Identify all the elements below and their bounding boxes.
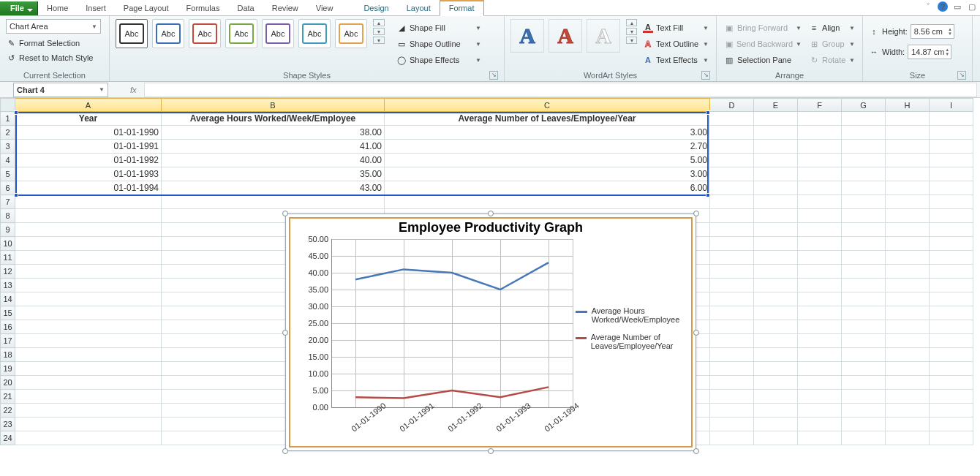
cell[interactable]: [15, 404, 162, 418]
row-header[interactable]: 1: [1, 112, 15, 126]
cell[interactable]: 2.70: [385, 140, 710, 154]
row-header[interactable]: 15: [1, 306, 15, 320]
resize-handle[interactable]: [693, 211, 699, 216]
cell[interactable]: [710, 362, 754, 376]
gallery-row-up-icon[interactable]: ▴: [373, 19, 385, 26]
cell[interactable]: [15, 320, 162, 334]
cell[interactable]: 38.00: [162, 126, 385, 140]
cell[interactable]: [842, 348, 886, 362]
cell[interactable]: [842, 223, 886, 237]
cell[interactable]: [886, 362, 930, 376]
embedded-chart[interactable]: Employee Productivity Graph 0.005.0010.0…: [285, 214, 696, 451]
cell[interactable]: [798, 320, 842, 334]
column-header[interactable]: C: [385, 99, 710, 112]
shape-style-thumb[interactable]: Abc: [335, 19, 367, 48]
row-header[interactable]: 17: [1, 334, 15, 348]
name-box[interactable]: Chart 4 ▼: [13, 83, 108, 97]
cell[interactable]: [842, 112, 886, 126]
tab-formulas[interactable]: Formulas: [178, 1, 229, 15]
cell[interactable]: 6.00: [385, 181, 710, 195]
cell[interactable]: [798, 404, 842, 418]
gallery-expand-icon[interactable]: ▾: [373, 37, 385, 44]
cell[interactable]: [886, 140, 930, 154]
cell[interactable]: [798, 237, 842, 251]
shape-style-thumb[interactable]: Abc: [152, 19, 184, 48]
legend-item[interactable]: Average Hours Worked/Week/Employee: [576, 306, 685, 324]
cell[interactable]: [798, 265, 842, 279]
tab-page-layout[interactable]: Page Layout: [115, 1, 178, 15]
ribbon-minimize-icon[interactable]: ˇ: [923, 1, 933, 12]
cell[interactable]: [754, 237, 798, 251]
chart-title[interactable]: Employee Productivity Graph: [290, 219, 691, 235]
cell[interactable]: [798, 154, 842, 167]
cell[interactable]: [754, 376, 798, 390]
cell[interactable]: [798, 390, 842, 404]
cell[interactable]: [886, 431, 930, 445]
row-header[interactable]: 12: [1, 265, 15, 279]
text-fill-button[interactable]: A Text Fill ▼: [641, 20, 710, 35]
cell[interactable]: [886, 348, 930, 362]
cell[interactable]: [930, 126, 973, 140]
cell[interactable]: [15, 376, 162, 390]
cell[interactable]: [886, 181, 930, 195]
cell[interactable]: [842, 320, 886, 334]
cell[interactable]: [886, 306, 930, 320]
cell[interactable]: [710, 265, 754, 279]
cell[interactable]: [15, 251, 162, 265]
reset-to-match-style-button[interactable]: ↺ Reset to Match Style: [6, 53, 103, 63]
cell[interactable]: [930, 390, 973, 404]
chart-series-line[interactable]: [355, 262, 549, 290]
tab-data[interactable]: Data: [228, 1, 263, 15]
cell[interactable]: [798, 334, 842, 348]
cell[interactable]: [15, 223, 162, 237]
fx-icon[interactable]: fx: [130, 86, 137, 94]
cell[interactable]: 5.00: [385, 154, 710, 167]
cell[interactable]: 43.00: [162, 181, 385, 195]
chart-plot-area[interactable]: [331, 239, 573, 407]
cell[interactable]: [930, 209, 973, 223]
cell[interactable]: [754, 320, 798, 334]
cell[interactable]: [754, 112, 798, 126]
cell[interactable]: [886, 390, 930, 404]
cell[interactable]: [710, 209, 754, 223]
cell[interactable]: [754, 362, 798, 376]
cell[interactable]: [710, 320, 754, 334]
cell[interactable]: [842, 279, 886, 292]
cell[interactable]: [15, 390, 162, 404]
cell[interactable]: [842, 431, 886, 445]
cell[interactable]: [842, 376, 886, 390]
cell[interactable]: [798, 126, 842, 140]
cell[interactable]: [930, 112, 973, 126]
cell[interactable]: [798, 348, 842, 362]
cell[interactable]: [710, 418, 754, 431]
cell[interactable]: [15, 334, 162, 348]
cell[interactable]: [710, 140, 754, 154]
cell[interactable]: 3.00: [385, 126, 710, 140]
cell[interactable]: [930, 181, 973, 195]
spin-down-icon[interactable]: ▼: [948, 31, 952, 36]
shape-style-thumb[interactable]: Abc: [262, 19, 294, 48]
cell[interactable]: [710, 181, 754, 195]
cell[interactable]: [798, 251, 842, 265]
cell[interactable]: [710, 112, 754, 126]
shape-style-thumb[interactable]: Abc: [298, 19, 331, 48]
cell[interactable]: [710, 126, 754, 140]
resize-handle[interactable]: [282, 330, 288, 336]
row-header[interactable]: 11: [1, 251, 15, 265]
column-header[interactable]: A: [15, 99, 162, 112]
tab-format[interactable]: Format: [440, 0, 484, 16]
cell[interactable]: [842, 334, 886, 348]
cell[interactable]: [15, 195, 162, 209]
cell[interactable]: [886, 209, 930, 223]
cell[interactable]: [930, 431, 973, 445]
cell[interactable]: [754, 223, 798, 237]
cell[interactable]: 01-01-1992: [15, 154, 162, 167]
row-header[interactable]: 6: [1, 181, 15, 195]
cell[interactable]: [842, 154, 886, 167]
cell[interactable]: 01-01-1990: [15, 126, 162, 140]
formula-input[interactable]: [144, 83, 977, 97]
resize-handle[interactable]: [282, 448, 288, 454]
tab-view[interactable]: View: [307, 1, 342, 15]
cell[interactable]: [842, 195, 886, 209]
cell[interactable]: 01-01-1991: [15, 140, 162, 154]
